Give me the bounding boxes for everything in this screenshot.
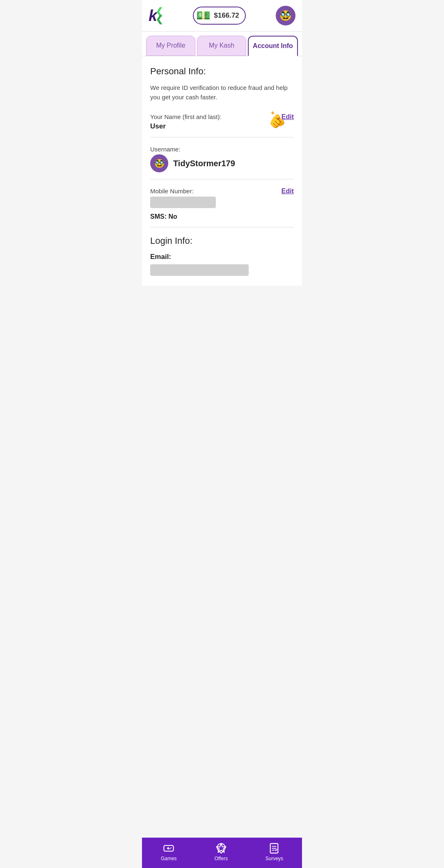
divider-mobile (150, 227, 294, 227)
username-display-row: 🥸 TidyStormer179 (150, 154, 294, 172)
header: k ❮ ❮ 💵 $166.72 🥸 (142, 0, 302, 32)
email-label: Email: (150, 253, 294, 261)
username-avatar-emoji: 🥸 (154, 158, 165, 168)
sms-status: SMS: No (150, 213, 294, 220)
tabs-container: My Profile My Kash Account Info (142, 32, 302, 56)
tab-my-profile[interactable]: My Profile (146, 36, 195, 56)
username-value: TidyStormer179 (173, 159, 235, 168)
mobile-field-row: Mobile Number: Edit (150, 188, 294, 195)
divider-username (150, 179, 294, 179)
mobile-label: Mobile Number: (150, 188, 194, 195)
balance-amount: $166.72 (214, 11, 239, 20)
divider-name (150, 137, 294, 137)
login-info-title: Login Info: (150, 236, 294, 246)
username-avatar: 🥸 (150, 154, 168, 172)
cursor-overlay: ✦ 🫵 (269, 113, 286, 129)
avatar-emoji: 🥸 (279, 10, 292, 21)
mobile-edit-button[interactable]: Edit (282, 188, 294, 195)
logo: k ❮ ❮ (149, 8, 163, 23)
name-label: Your Name (first and last): (150, 113, 222, 120)
balance-pill[interactable]: 💵 $166.72 (193, 7, 245, 25)
money-icon: 💵 (196, 10, 211, 21)
tab-my-kash[interactable]: My Kash (197, 36, 246, 56)
logo-chevrons: ❮ ❮ (156, 8, 163, 23)
content-area: Personal Info: We require ID verificatio… (142, 56, 302, 286)
tab-account-info[interactable]: Account Info (248, 36, 298, 56)
sparkle-icon: ✦ (270, 109, 275, 117)
mobile-blurred-value (150, 197, 216, 208)
username-label: Username: (150, 146, 180, 153)
user-avatar[interactable]: 🥸 (276, 6, 295, 25)
logo-chevron-bottom: ❮ (156, 16, 163, 23)
username-field-row: Username: (150, 146, 294, 153)
personal-info-description: We require ID verification to reduce fra… (150, 83, 294, 102)
email-blurred-value (150, 264, 249, 276)
personal-info-title: Personal Info: (150, 66, 294, 77)
